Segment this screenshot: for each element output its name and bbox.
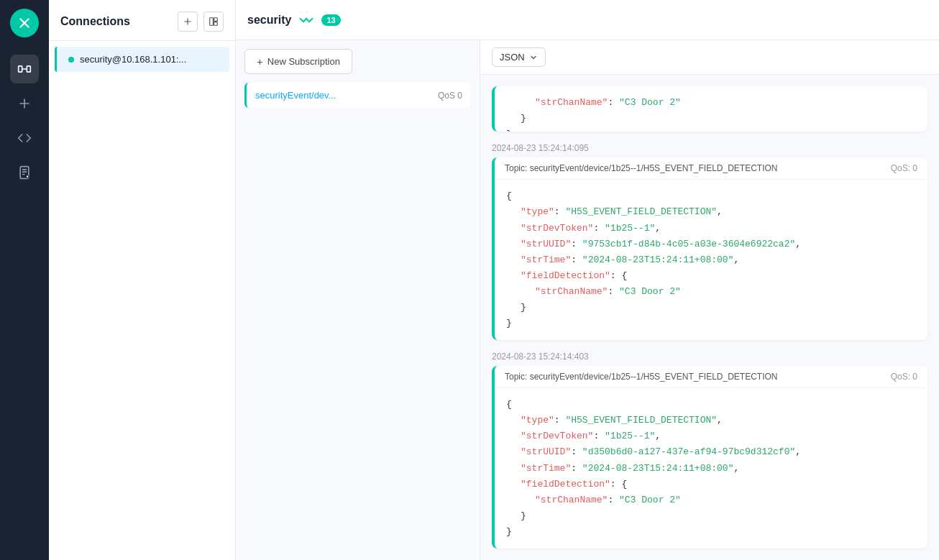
topbar: security 13 <box>236 0 939 40</box>
message-count-badge: 13 <box>321 14 340 26</box>
message-qos-1: QoS: 0 <box>891 163 917 173</box>
message-header-1: Topic: securityEvent/device/1b25--1/H5S_… <box>495 157 927 180</box>
main-area: security 13 + New Subscription securityE… <box>236 0 939 560</box>
nav-code[interactable] <box>10 124 39 152</box>
connections-panel: Connections security@10.168.1.101:... <box>49 0 236 560</box>
nav-add[interactable] <box>10 89 39 118</box>
subscription-topic: securityEvent/dev... <box>255 90 336 101</box>
message-topic-2: Topic: securityEvent/device/1b25--1/H5S_… <box>505 372 777 382</box>
message-group-1: 2024-08-23 15:24:14:095 Topic: securityE… <box>492 143 927 340</box>
connections-title: Connections <box>60 15 130 28</box>
add-connection-button[interactable] <box>178 12 198 32</box>
message-card-2: Topic: securityEvent/device/1b25--1/H5S_… <box>492 366 927 548</box>
connection-status-dot <box>68 57 74 63</box>
svg-rect-17 <box>214 18 218 22</box>
nav-connections[interactable] <box>10 55 39 83</box>
connection-item-security[interactable]: security@10.168.1.101:... <box>55 47 229 72</box>
format-selector[interactable]: JSON <box>492 47 546 67</box>
sidebar-nav <box>0 0 49 560</box>
subscription-qos: QoS 0 <box>438 91 462 101</box>
connection-label: security@10.168.1.101:... <box>80 54 186 65</box>
connection-name: security <box>247 14 291 27</box>
content-split: + New Subscription securityEvent/dev... … <box>236 40 939 560</box>
format-dropdown-icon <box>529 53 538 62</box>
message-partial-body: "strChanName": "C3 Door 2" } } <box>495 86 927 132</box>
messages-toolbar: JSON <box>480 40 939 75</box>
layout-toggle-button[interactable] <box>203 12 224 32</box>
plus-icon: + <box>257 55 263 68</box>
message-group-2: 2024-08-23 15:24:14:403 Topic: securityE… <box>492 352 927 548</box>
new-subscription-label: New Subscription <box>267 56 340 67</box>
connections-header: Connections <box>49 0 235 41</box>
svg-rect-16 <box>210 18 214 26</box>
messages-list: "strChanName": "C3 Door 2" } } 2024-08-2… <box>480 75 939 560</box>
app-logo <box>10 9 39 37</box>
chevron-down-icon[interactable] <box>297 14 316 27</box>
nav-log[interactable] <box>10 158 39 187</box>
svg-rect-18 <box>214 22 218 26</box>
message-qos-2: QoS: 0 <box>891 372 917 382</box>
subscription-panel: + New Subscription securityEvent/dev... … <box>236 40 480 560</box>
message-body-2: { "type": "H5S_EVENT_FIELD_DETECTION", "… <box>495 388 927 548</box>
message-body-1: { "type": "H5S_EVENT_FIELD_DETECTION", "… <box>495 180 927 340</box>
new-subscription-button[interactable]: + New Subscription <box>244 49 352 74</box>
message-topic-1: Topic: securityEvent/device/1b25--1/H5S_… <box>505 163 777 173</box>
messages-panel: JSON "strChanName": "C3 Door 2" } } 2024… <box>480 40 939 560</box>
message-header-2: Topic: securityEvent/device/1b25--1/H5S_… <box>495 366 927 388</box>
message-partial: "strChanName": "C3 Door 2" } } <box>492 86 927 132</box>
message-card-1: Topic: securityEvent/device/1b25--1/H5S_… <box>492 157 927 340</box>
subscription-item[interactable]: securityEvent/dev... QoS 0 <box>244 83 471 108</box>
format-label: JSON <box>500 52 525 63</box>
message-timestamp-1: 2024-08-23 15:24:14:095 <box>492 143 927 153</box>
message-timestamp-2: 2024-08-23 15:24:14:403 <box>492 352 927 362</box>
connections-actions <box>178 12 224 32</box>
